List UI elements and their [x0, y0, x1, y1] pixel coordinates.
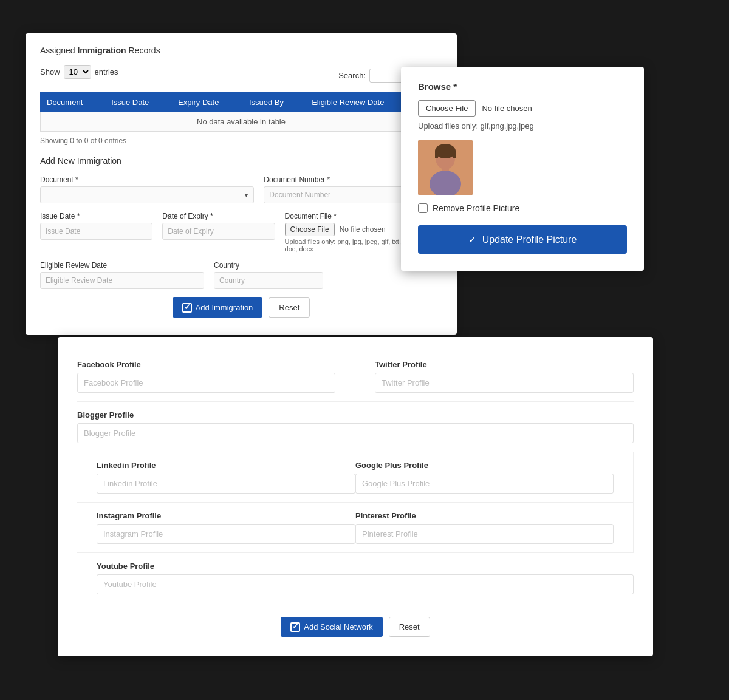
add-social-network-button[interactable]: Add Social Network [281, 617, 382, 637]
form-row-document: Document * ▼ Document Number * [40, 175, 442, 203]
country-group: Country [214, 261, 323, 289]
add-immigration-button[interactable]: Add Immigration [173, 297, 263, 318]
social-field-linkedin-profile: Linkedin Profile [77, 452, 355, 503]
table-controls: Show 10 25 50 entries Search: [40, 65, 442, 86]
browse-file-row: Choose File No file chosen [418, 100, 627, 117]
social-grid: Facebook Profile Twitter Profile Blogger… [77, 352, 634, 603]
col-issue-date: Issue Date [105, 93, 172, 112]
country-input[interactable] [214, 272, 323, 289]
social-field-google-plus-profile: Google Plus Profile [355, 452, 634, 503]
immigration-action-row: Add Immigration Reset [40, 297, 442, 318]
social-label: Instagram Profile [97, 511, 355, 520]
social-reset-button[interactable]: Reset [389, 617, 430, 637]
show-entries: Show 10 25 50 entries [40, 65, 118, 79]
svg-rect-5 [435, 151, 438, 158]
social-input[interactable] [77, 373, 335, 393]
issue-date-input[interactable] [40, 223, 152, 240]
showing-text: Showing 0 to 0 of 0 entries [40, 137, 442, 145]
browse-card: Browse * Choose File No file chosen Uplo… [401, 67, 644, 271]
immigration-table: Document Issue Date Expiry Date Issued B… [40, 92, 442, 132]
social-input[interactable] [97, 474, 355, 494]
eligible-review-input[interactable] [40, 272, 204, 289]
no-file-text: No file chosen [340, 225, 386, 234]
social-field-twitter-profile: Twitter Profile [355, 352, 634, 402]
social-input[interactable] [77, 423, 634, 443]
social-label: Blogger Profile [77, 410, 634, 420]
document-label: Document * [40, 175, 254, 184]
checkmark-icon: ✓ [468, 234, 476, 245]
check-icon [182, 303, 192, 313]
remove-picture-label: Remove Profile Picture [433, 203, 519, 213]
social-field-facebook-profile: Facebook Profile [77, 352, 355, 402]
check-icon [290, 622, 300, 632]
social-field-blogger-profile: Blogger Profile [77, 402, 634, 452]
social-input[interactable] [97, 524, 355, 544]
card-title: Assigned Immigration Records [40, 46, 442, 55]
social-label: Twitter Profile [375, 360, 634, 369]
browse-title: Browse * [418, 81, 627, 92]
social-input[interactable] [97, 574, 634, 594]
social-field-instagram-profile: Instagram Profile [77, 503, 355, 553]
table-row: No data available in table [41, 112, 442, 132]
col-issued-by: Issued By [242, 93, 305, 112]
profile-placeholder [418, 140, 473, 195]
social-label: Youtube Profile [97, 562, 634, 571]
upload-hint: Upload files only: gif,png,jpg,jpeg [418, 121, 627, 131]
social-label: Facebook Profile [77, 360, 335, 369]
remove-picture-checkbox[interactable] [418, 203, 428, 213]
country-label: Country [214, 261, 323, 270]
eligible-review-group: Eligible Review Date [40, 261, 204, 289]
social-input[interactable] [355, 474, 614, 494]
social-label: Linkedin Profile [97, 461, 355, 470]
entries-select[interactable]: 10 25 50 [64, 65, 91, 79]
profile-image [418, 140, 473, 195]
document-group: Document * ▼ [40, 175, 254, 203]
choose-file-browse-button[interactable]: Choose File [418, 100, 476, 117]
no-data-cell: No data available in table [41, 112, 442, 132]
col-expiry-date: Expiry Date [172, 93, 243, 112]
social-action-row: Add Social Network Reset [77, 617, 634, 637]
eligible-review-label: Eligible Review Date [40, 261, 204, 270]
update-profile-picture-button[interactable]: ✓ Update Profile Picture [418, 225, 627, 254]
reset-button[interactable]: Reset [269, 297, 310, 318]
issue-date-label: Issue Date * [40, 212, 152, 220]
social-label: Pinterest Profile [355, 511, 614, 520]
remove-checkbox-row: Remove Profile Picture [418, 203, 627, 213]
social-field-youtube-profile: Youtube Profile [77, 553, 634, 603]
document-select-wrapper: ▼ [40, 186, 254, 203]
issue-date-group: Issue Date * [40, 212, 152, 240]
svg-point-4 [435, 144, 456, 158]
form-row-review-country: Eligible Review Date Country [40, 261, 442, 289]
date-of-expiry-input[interactable] [162, 223, 275, 240]
add-new-title: Add New Immigration [40, 156, 442, 166]
no-file-chosen-text: No file chosen [482, 104, 532, 113]
social-field-pinterest-profile: Pinterest Profile [355, 503, 634, 553]
date-of-expiry-label: Date of Expiry * [162, 212, 275, 220]
social-card: Facebook Profile Twitter Profile Blogger… [58, 337, 653, 656]
choose-file-button[interactable]: Choose File [285, 223, 335, 236]
svg-rect-6 [453, 151, 456, 158]
social-input[interactable] [355, 524, 614, 544]
col-document: Document [41, 93, 105, 112]
social-input[interactable] [375, 373, 634, 393]
document-select[interactable] [40, 186, 254, 203]
immigration-card: Assigned Immigration Records Show 10 25 … [26, 33, 457, 335]
social-label: Google Plus Profile [355, 461, 614, 470]
person-svg [418, 140, 473, 195]
form-row-dates: Issue Date * Date of Expiry * Document F… [40, 212, 442, 253]
date-of-expiry-group: Date of Expiry * [162, 212, 275, 240]
